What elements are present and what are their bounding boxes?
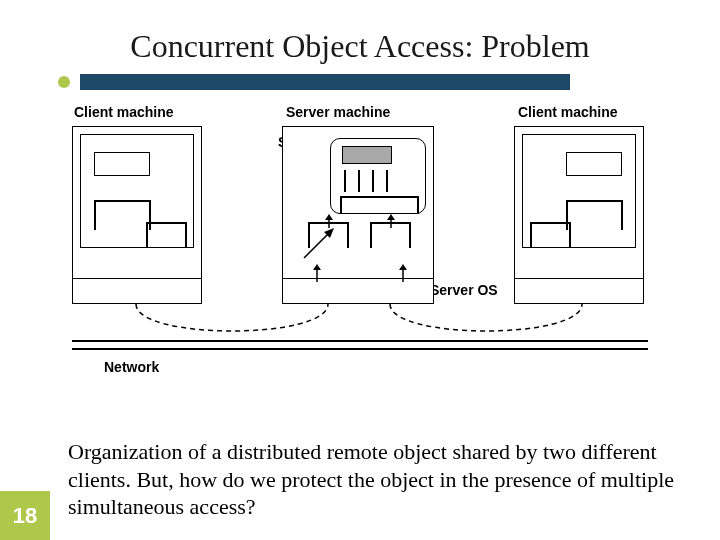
label-client-machine-right: Client machine [518,104,618,120]
network-line-bottom [72,348,648,350]
client-right-inner-rect [566,152,622,176]
client-left-inner-rect [94,152,150,176]
svg-marker-7 [313,264,321,270]
svg-line-4 [304,232,330,258]
page-number: 18 [13,503,37,529]
svg-marker-1 [325,214,333,220]
label-server-os: Server OS [430,282,498,298]
label-server-machine: Server machine [286,104,390,120]
arrow-skeleton-left [322,214,336,228]
label-network: Network [104,359,159,375]
arrow-skeleton-right [384,214,398,228]
arrow-os-left [310,264,324,282]
page-number-badge: 18 [0,491,50,540]
label-client-machine-left: Client machine [74,104,174,120]
svg-marker-9 [399,264,407,270]
link-left [128,302,338,344]
title-underline-bar [80,74,570,90]
server-os-box [282,278,434,304]
arrow-os-right [396,264,410,282]
link-right [382,302,592,344]
svg-marker-3 [387,214,395,220]
architecture-diagram: Client machine Server machine Client mac… [72,104,648,394]
slide-caption: Organization of a distributed remote obj… [68,438,720,521]
client-left-os-box [72,278,202,304]
skeleton-leader [300,228,336,264]
client-right-os-box [514,278,644,304]
slide-title: Concurrent Object Access: Problem [0,28,720,65]
title-accent-dot [58,76,70,88]
shared-object [342,146,392,164]
